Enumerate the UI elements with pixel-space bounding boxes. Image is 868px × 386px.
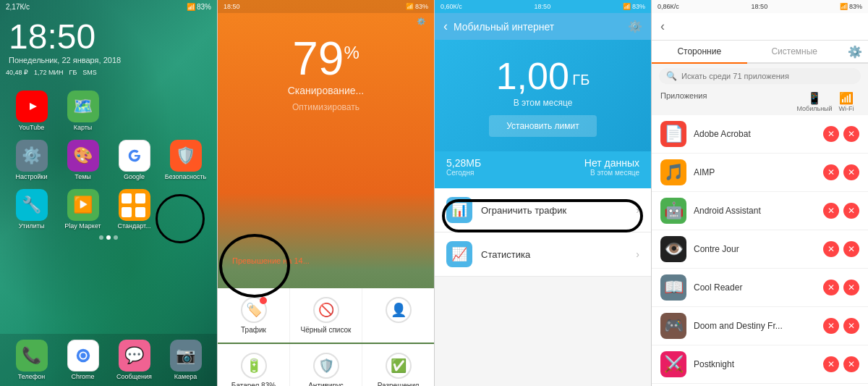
wifi-toggle-btn[interactable]: ✕ xyxy=(843,203,859,219)
app-youtube[interactable]: YouTube xyxy=(10,91,54,131)
battery-label: Батарея 83% xyxy=(231,382,276,386)
p3-stats-label: Статистика xyxy=(481,249,627,260)
p3-limit-traffic-item[interactable]: 📊 Ограничить трафик › xyxy=(435,188,651,232)
app-icon: 📄 xyxy=(660,121,686,147)
mobile-toggle-btn[interactable]: ✕ xyxy=(823,203,839,219)
p2-permissions-item[interactable]: ✅ Разрешения xyxy=(362,344,434,386)
app-toggle: ✕ ✕ xyxy=(823,280,859,295)
wifi-toggle-btn[interactable]: ✕ xyxy=(843,318,859,334)
p3-stats-item[interactable]: 📈 Статистика › xyxy=(435,232,651,277)
app-name: Android Assistant xyxy=(694,206,816,216)
mobile-toggle-btn[interactable]: ✕ xyxy=(823,164,839,180)
p2-gear-icon[interactable]: ⚙️ xyxy=(417,17,425,25)
app-toggle: ✕ ✕ xyxy=(823,126,859,142)
app-google-label: Google xyxy=(124,173,145,180)
app-icon: 🤖 xyxy=(660,198,686,224)
p2-time: 18:50 xyxy=(224,3,240,10)
app-maps[interactable]: 🗺️ Карты xyxy=(61,91,105,131)
dock-camera-label: Камера xyxy=(174,373,197,380)
permissions-icon: ✅ xyxy=(386,353,412,379)
p3-stats-chevron: › xyxy=(636,248,639,260)
mobile-toggle-btn[interactable]: ✕ xyxy=(823,241,839,257)
dock-phone-label: Телефон xyxy=(18,373,45,380)
app-icons-row2: ⚙️ Настройки 🎨 Темы Google 🛡️ Безопаснос… xyxy=(0,134,217,183)
tab-third-party[interactable]: Сторонние xyxy=(652,41,747,64)
p2-battery-item[interactable]: 🔋 Батарея 83% xyxy=(218,344,289,386)
app-toggle: ✕ ✕ xyxy=(823,356,859,372)
p4-search-bar: 🔍 xyxy=(659,68,861,84)
home-time: 18:50 xyxy=(0,14,217,54)
dock-row: 📞 Телефон Chrome 💬 Сообщения 📷 Камера xyxy=(0,334,217,386)
app-list: 📄 Adobe Acrobat ✕ ✕ 🎵 AIMP ✕ ✕ 🤖 Android… xyxy=(652,115,868,386)
p2-blacklist-item[interactable]: 🚫 Чёрный список xyxy=(290,288,362,343)
p4-back-icon[interactable]: ‹ xyxy=(660,19,665,34)
p2-percent: 79% xyxy=(218,28,434,82)
status-bar-panel1: 2,17К/с 📶 83% xyxy=(0,0,217,14)
p4-tabs: Сторонние Системные ⚙️ xyxy=(652,41,868,64)
p2-status-icons: 📶 83% xyxy=(406,3,428,10)
permissions-label: Разрешения xyxy=(378,382,420,386)
call-minutes: 1,72 МИН xyxy=(34,69,63,76)
app-row-cool-reader: 📖 Cool Reader ✕ ✕ xyxy=(652,269,868,307)
app-standard[interactable]: Стандарт... xyxy=(113,189,156,230)
apps-column-label: Приложения xyxy=(660,91,796,112)
dock-chrome[interactable]: Chrome xyxy=(61,340,105,380)
app-row-doom-and-destiny-fr...: 🎮 Doom and Destiny Fr... ✕ ✕ xyxy=(652,307,868,345)
app-themes[interactable]: 🎨 Темы xyxy=(61,140,105,180)
battery-icon: 🔋 xyxy=(241,353,267,379)
app-icon: ⚔️ xyxy=(660,351,686,377)
p2-antivirus-item[interactable]: 🛡️ Антивирус xyxy=(290,344,362,386)
wifi-toggle-btn[interactable]: ✕ xyxy=(843,356,859,372)
p3-set-limit-btn[interactable]: Установить лимит xyxy=(489,115,596,137)
app-security[interactable]: 🛡️ Безопасность xyxy=(164,140,208,180)
svg-point-4 xyxy=(80,353,85,358)
p3-limit-chevron: › xyxy=(636,204,639,216)
status-network-speed: 2,17К/с xyxy=(6,3,30,11)
mobile-toggle-btn[interactable]: ✕ xyxy=(823,280,839,295)
p3-limit-label: Ограничить трафик xyxy=(481,205,627,216)
mobile-icon: 📱 xyxy=(807,91,822,105)
p4-settings-icon-tab[interactable]: ⚙️ xyxy=(842,41,868,62)
p3-back-icon[interactable]: ‹ xyxy=(443,19,448,34)
p3-data-amount: 1,00 ГБ xyxy=(449,54,637,98)
app-name: AIMP xyxy=(694,167,816,177)
status-bar-panel3: 0,60К/с 18:50 📶 83% xyxy=(435,0,651,13)
app-toggle: ✕ ✕ xyxy=(823,318,859,334)
p4-column-headers: Приложения 📱 Мобильный 📶 Wi-Fi xyxy=(652,88,868,115)
search-input[interactable] xyxy=(681,72,854,80)
mobile-toggle-btn[interactable]: ✕ xyxy=(823,318,839,334)
apps-settings-panel: 0,86К/с 18:50 📶 83% ‹ Сторонние Системны… xyxy=(651,0,868,386)
wifi-toggle-btn[interactable]: ✕ xyxy=(843,126,859,142)
p3-settings-icon[interactable]: ⚙️ xyxy=(628,20,642,33)
dot-3 xyxy=(114,235,118,240)
app-name: Adobe Acrobat xyxy=(694,129,816,139)
p2-optimize-btn[interactable]: Оптимизировать xyxy=(218,99,434,115)
optimizer-panel: 18:50 📶 83% ⚙️ 79% Сканирование... Оптим… xyxy=(217,0,434,386)
wifi-toggle-btn[interactable]: ✕ xyxy=(843,164,859,180)
dock-phone[interactable]: 📞 Телефон xyxy=(10,340,54,380)
mobile-toggle-btn[interactable]: ✕ xyxy=(823,126,839,142)
dock-messages[interactable]: 💬 Сообщения xyxy=(113,340,156,380)
app-google[interactable]: Google xyxy=(113,140,156,180)
p3-header: ‹ Мобильный интернет ⚙️ xyxy=(435,13,651,40)
app-empty1 xyxy=(113,91,156,131)
app-name: Cool Reader xyxy=(694,282,816,293)
app-utilities[interactable]: 🔧 Утилиты xyxy=(10,189,54,230)
blacklist-icon: 🚫 xyxy=(313,297,339,323)
tab-system[interactable]: Системные xyxy=(747,41,843,64)
app-icon: 📖 xyxy=(660,274,686,301)
wifi-toggle-btn[interactable]: ✕ xyxy=(843,241,859,257)
p2-user-item[interactable]: 👤 xyxy=(362,288,434,343)
mobile-toggle-btn[interactable]: ✕ xyxy=(823,356,839,372)
app-icon: 🎮 xyxy=(660,313,686,339)
wifi-toggle-btn[interactable]: ✕ xyxy=(843,280,859,295)
app-settings[interactable]: ⚙️ Настройки xyxy=(10,140,54,180)
p3-speed: 0,60К/с xyxy=(441,3,462,10)
dock-camera[interactable]: 📷 Камера xyxy=(164,340,208,380)
app-playmarket[interactable]: ▶️ Play Маркет xyxy=(61,189,105,230)
stats-row: 40,48 ₽ 1,72 МИН ГБ SMS xyxy=(0,66,217,79)
p3-month-stats: Нет данных В этом месяце xyxy=(584,157,639,177)
p3-stats-icon: 📈 xyxy=(446,241,472,267)
app-toggle: ✕ ✕ xyxy=(823,203,859,219)
app-utilities-label: Утилиты xyxy=(19,222,45,230)
